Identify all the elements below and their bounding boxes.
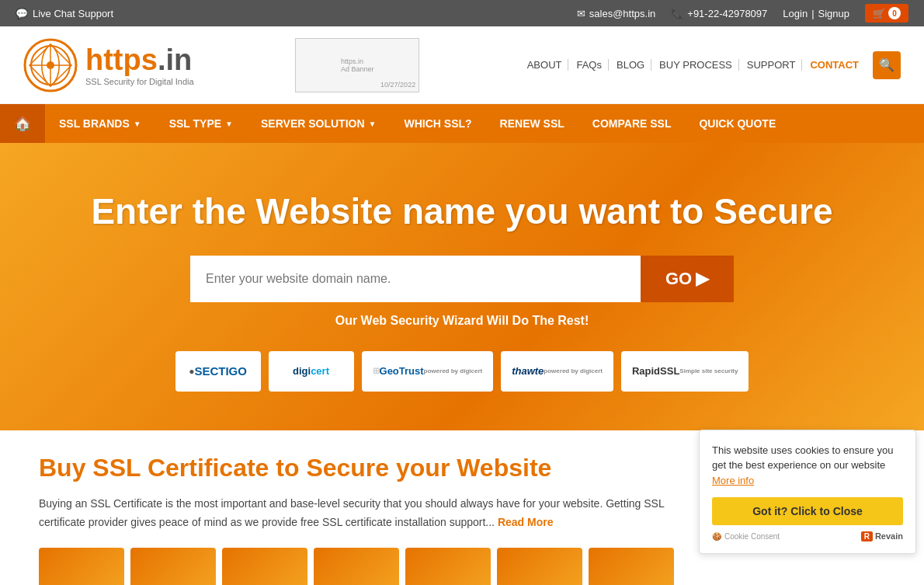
cart-button[interactable]: 🛒 0 <box>865 4 908 23</box>
hero-subtext: Our Web Security Wizard Will Do The Rest… <box>335 314 589 328</box>
svg-point-4 <box>47 61 54 69</box>
nav-blog[interactable]: BLOG <box>610 59 651 71</box>
thumb-4 <box>314 548 399 585</box>
ad-date: 10/27/2022 <box>380 81 415 89</box>
live-chat-link[interactable]: Live Chat Support <box>33 8 113 19</box>
logo-text: https.in SSL Security for Digital India <box>85 44 194 86</box>
logo-main: https.in <box>85 44 194 77</box>
more-info-link[interactable]: More info <box>712 475 754 486</box>
cookie-text: This website uses cookies to ensure you … <box>712 443 903 489</box>
cookie-footer: 🍪 Cookie Consent R Revain <box>712 531 903 541</box>
thawte-logo: thawte powered by digicert <box>501 351 613 392</box>
nav-support[interactable]: SUPPORT <box>741 59 803 71</box>
nav-server-solution[interactable]: SERVER SOLUTION ▼ <box>247 104 390 143</box>
nav-contact[interactable]: CONTACT <box>804 59 865 71</box>
phone-link[interactable]: +91-22-42978097 <box>687 8 767 19</box>
cookie-accept-button[interactable]: Got it? Click to Close <box>712 497 903 525</box>
rapidssl-logo: RapidSSL Simple site security <box>621 351 749 392</box>
email-link[interactable]: sales@https.in <box>589 8 655 19</box>
nav-faqs[interactable]: FAQs <box>570 59 609 71</box>
ssl-brands-arrow: ▼ <box>134 120 141 128</box>
top-nav: ABOUT FAQs BLOG BUY PROCESS SUPPORT CONT… <box>521 59 865 71</box>
thumb-2 <box>130 548 216 585</box>
nav-buy-process[interactable]: BUY PROCESS <box>653 59 739 71</box>
live-chat-area: 💬 Live Chat Support <box>16 8 113 19</box>
email-icon: ✉ <box>577 8 585 19</box>
thumb-6 <box>497 548 582 585</box>
cookie-icon: 🍪 <box>712 532 721 541</box>
geotrust-logo: ⊞ GeoTrust powered by digicert <box>362 351 494 392</box>
nav-which-ssl[interactable]: WHICH SSL? <box>390 104 485 143</box>
cookie-consent-label: Cookie Consent <box>724 532 780 541</box>
auth-area: Login | Signup <box>783 8 849 19</box>
header: https.in SSL Security for Digital India … <box>0 26 924 104</box>
hero-headline: Enter the Website name you want to Secur… <box>91 190 832 232</box>
ad-banner: https.inAd Banner 10/27/2022 <box>295 38 419 92</box>
revain-logo: R Revain <box>861 531 903 541</box>
logo-area: https.in SSL Security for Digital India <box>23 38 194 92</box>
header-search-button[interactable]: 🔍 <box>873 51 901 79</box>
sectigo-logo: ● SECTIGO <box>175 351 261 392</box>
nav-about[interactable]: ABOUT <box>521 59 569 71</box>
home-button[interactable]: 🏠 <box>0 104 45 143</box>
logo-icon <box>23 38 78 92</box>
digicert-logo: digicert <box>269 351 354 392</box>
login-link[interactable]: Login <box>783 8 808 19</box>
phone-area: 📞 +91-22-42978097 <box>671 8 767 19</box>
server-solution-arrow: ▼ <box>369 120 377 128</box>
cookie-footer-logo: 🍪 Cookie Consent <box>712 532 780 541</box>
read-more-link[interactable]: Read More <box>498 516 554 528</box>
header-right: ABOUT FAQs BLOG BUY PROCESS SUPPORT CONT… <box>521 51 901 79</box>
go-arrow: ▶ <box>696 269 709 289</box>
brand-logos: ● SECTIGO digicert ⊞ GeoTrust powered by… <box>175 351 749 392</box>
nav-quick-quote[interactable]: QUICK QUOTE <box>685 104 790 143</box>
phone-icon: 📞 <box>671 8 683 19</box>
top-bar: 💬 Live Chat Support ✉ sales@https.in 📞 +… <box>0 0 924 26</box>
ssl-type-arrow: ▼ <box>225 120 233 128</box>
hero-section: Enter the Website name you want to Secur… <box>0 143 924 430</box>
main-nav: 🏠 SSL BRANDS ▼ SSL TYPE ▼ SERVER SOLUTIO… <box>0 104 924 143</box>
section-body: Buying an SSL Certificate is the most im… <box>39 495 676 532</box>
cart-badge: 0 <box>888 7 901 19</box>
go-button[interactable]: GO ▶ <box>641 256 734 302</box>
nav-compare-ssl[interactable]: COMPARE SSL <box>578 104 686 143</box>
signup-link[interactable]: Signup <box>818 8 849 19</box>
nav-ssl-brands[interactable]: SSL BRANDS ▼ <box>45 104 155 143</box>
domain-search-bar: GO ▶ <box>190 256 734 302</box>
chat-icon: 💬 <box>16 8 28 19</box>
cookie-banner: This website uses cookies to ensure you … <box>699 430 916 555</box>
thumb-7 <box>589 548 674 585</box>
nav-ssl-type[interactable]: SSL TYPE ▼ <box>155 104 247 143</box>
thumb-5 <box>405 548 491 585</box>
thumb-1 <box>39 548 124 585</box>
domain-search-input[interactable] <box>190 256 641 302</box>
logo-tagline: SSL Security for Digital India <box>85 77 194 86</box>
thumb-3 <box>222 548 307 585</box>
email-area: ✉ sales@https.in <box>577 8 655 19</box>
nav-renew-ssl[interactable]: RENEW SSL <box>486 104 578 143</box>
